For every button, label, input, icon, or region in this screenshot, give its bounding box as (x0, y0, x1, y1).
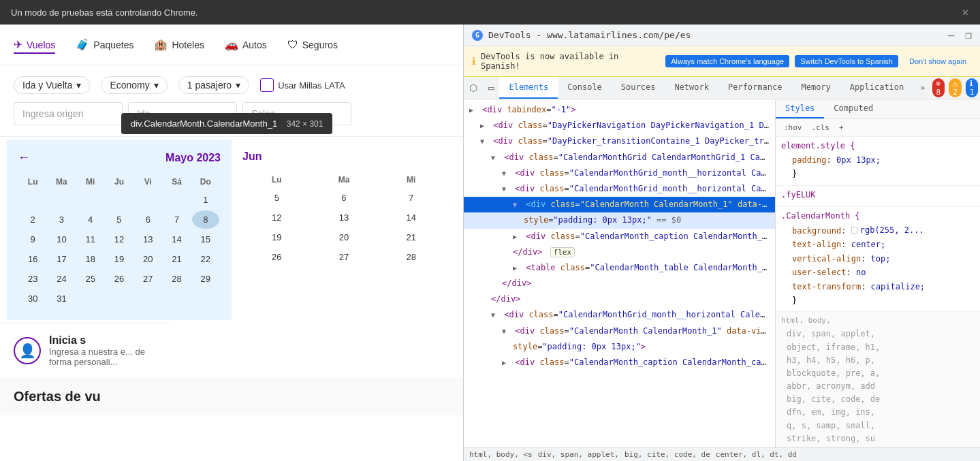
cal-day[interactable]: 4 (77, 210, 104, 229)
cal-day[interactable]: 8 (192, 210, 219, 229)
styles-tab-computed[interactable]: Computed (824, 99, 883, 118)
cal-day[interactable]: 17 (48, 250, 75, 268)
cls-filter-btn[interactable]: .cls (809, 122, 833, 133)
cal-day[interactable] (106, 191, 133, 209)
color-swatch-box[interactable] (851, 227, 858, 234)
dom-line[interactable]: <div class="CalendarMonthGrid_month__hor… (464, 181, 775, 197)
tab-elements[interactable]: Elements (499, 77, 558, 99)
cal-day[interactable]: 7 (378, 189, 444, 207)
cal-day[interactable]: 21 (163, 250, 190, 268)
cal-day[interactable]: 6 (311, 189, 377, 207)
cal-day[interactable] (106, 289, 133, 308)
cal-day[interactable]: 9 (19, 230, 46, 249)
nav-item-vuelos[interactable]: ✈ Vuelos (14, 35, 55, 54)
cal-day[interactable]: 19 (244, 228, 310, 247)
cal-day[interactable]: 21 (378, 228, 444, 247)
cal-day[interactable] (163, 191, 190, 209)
cal-day[interactable]: 6 (134, 210, 161, 229)
passengers-selector[interactable]: 1 pasajero ▾ (178, 76, 249, 94)
cal-day[interactable]: 3 (48, 210, 75, 229)
calendar-prev-btn[interactable]: ← (18, 150, 30, 165)
nav-item-paquetes[interactable]: 🧳 Paquetes (76, 35, 133, 54)
dom-line[interactable]: <div class="DayPickerNavigation DayPicke… (464, 118, 775, 133)
cursor-tool-icon[interactable]: ⬡ (464, 77, 483, 99)
nav-item-autos[interactable]: 🚗 Autos (225, 35, 267, 54)
styles-tab-styles[interactable]: Styles (776, 99, 824, 118)
cal-day[interactable] (192, 289, 219, 308)
dom-line-highlighted[interactable]: <div class="CalendarMonth CalendarMonth_… (464, 197, 775, 212)
origin-input[interactable]: Ingresa origen (14, 102, 123, 125)
tab-console[interactable]: Console (558, 77, 612, 99)
dom-line[interactable]: </div> (464, 276, 775, 291)
dont-show-again-btn[interactable]: Don't show again (904, 55, 972, 67)
dom-line[interactable]: <div class="CalendarMonthGrid CalendarMo… (464, 150, 775, 165)
cal-day[interactable]: 13 (311, 208, 377, 227)
cal-day[interactable]: 27 (311, 248, 377, 266)
cal-day[interactable]: 1 (192, 191, 219, 209)
nav-item-hoteles[interactable]: 🏨 Hoteles (154, 35, 204, 54)
tab-memory[interactable]: Memory (791, 77, 840, 99)
cal-day[interactable] (77, 289, 104, 308)
cal-day[interactable]: 15 (192, 230, 219, 249)
dom-line[interactable]: </div> flex (464, 244, 775, 260)
close-icon[interactable]: ✕ (962, 7, 969, 18)
cal-day[interactable] (163, 289, 190, 308)
dom-line[interactable]: style="padding: 0px 13px;"> (464, 339, 775, 355)
dom-line[interactable]: <table class="CalendarMonth_table Calend… (464, 260, 775, 276)
tab-network[interactable]: Network (665, 77, 718, 99)
info-badge[interactable]: ℹ 1 (966, 78, 979, 97)
cal-day[interactable]: 30 (19, 289, 46, 308)
cal-day[interactable]: 29 (192, 270, 219, 288)
restore-btn[interactable]: ❐ (965, 29, 972, 42)
add-style-btn[interactable]: + (836, 122, 847, 133)
dom-line[interactable]: <div class="CalendarMonth_caption Calend… (464, 355, 775, 370)
dom-line[interactable]: <div class="CalendarMonthGrid_month__hor… (464, 307, 775, 323)
cal-day[interactable]: 7 (163, 210, 190, 229)
dom-line[interactable]: <div tabindex="-1"> (464, 102, 775, 118)
cal-day[interactable]: 19 (106, 250, 133, 268)
cal-day[interactable]: 24 (48, 270, 75, 288)
cal-day[interactable]: 28 (163, 270, 190, 288)
cal-day[interactable]: 18 (77, 250, 104, 268)
cal-day[interactable]: 13 (134, 230, 161, 249)
device-tool-icon[interactable]: ▭ (483, 77, 499, 99)
cal-day[interactable]: 5 (106, 210, 133, 229)
trip-type-selector[interactable]: Ida y Vuelta ▾ (14, 76, 90, 94)
cal-day[interactable]: 25 (77, 270, 104, 288)
minimize-btn[interactable]: — (948, 29, 955, 42)
dom-line[interactable]: <div class="CalendarMonthGrid_month__hor… (464, 165, 775, 181)
cal-day[interactable]: 20 (134, 250, 161, 268)
cal-day[interactable] (134, 289, 161, 308)
cal-day[interactable]: 12 (106, 230, 133, 249)
miles-checkbox[interactable] (260, 78, 274, 92)
dom-line[interactable]: <div class="CalendarMonth CalendarMonth_… (464, 323, 775, 339)
more-tabs-btn[interactable]: » (913, 78, 932, 98)
cal-day[interactable]: 26 (106, 270, 133, 288)
cal-day[interactable]: 28 (378, 248, 444, 266)
tab-application[interactable]: Application (840, 77, 913, 99)
hover-filter-btn[interactable]: :hov (781, 122, 805, 133)
cal-day[interactable]: 20 (311, 228, 377, 247)
tab-sources[interactable]: Sources (612, 77, 665, 99)
dom-line[interactable]: style="padding: 0px 13px;" == $0 (464, 212, 775, 228)
cal-day[interactable]: 23 (19, 270, 46, 288)
cal-day[interactable]: 14 (163, 230, 190, 249)
error-badge[interactable]: ⊗ 8 (932, 78, 945, 97)
cal-day[interactable]: 5 (244, 189, 310, 207)
always-match-btn[interactable]: Always match Chrome's language (665, 55, 789, 67)
cal-day[interactable] (19, 191, 46, 209)
tab-performance[interactable]: Performance (718, 77, 791, 99)
cal-day[interactable]: 10 (48, 230, 75, 249)
elements-tree[interactable]: <div tabindex="-1"> <div class="DayPicke… (464, 99, 776, 447)
cal-day[interactable] (77, 191, 104, 209)
switch-to-spanish-btn[interactable]: Switch DevTools to Spanish (795, 55, 898, 67)
cal-day[interactable] (134, 191, 161, 209)
cal-day[interactable]: 22 (192, 250, 219, 268)
cabin-selector[interactable]: Economy ▾ (101, 76, 167, 94)
dom-line[interactable]: </div> (464, 291, 775, 307)
cal-day[interactable]: 11 (77, 230, 104, 249)
cal-day[interactable]: 12 (244, 208, 310, 227)
nav-item-seguros[interactable]: 🛡 Seguros (287, 36, 338, 54)
dom-line[interactable]: <div class="CalendarMonth_caption Calend… (464, 229, 775, 244)
cal-day[interactable]: 16 (19, 250, 46, 268)
